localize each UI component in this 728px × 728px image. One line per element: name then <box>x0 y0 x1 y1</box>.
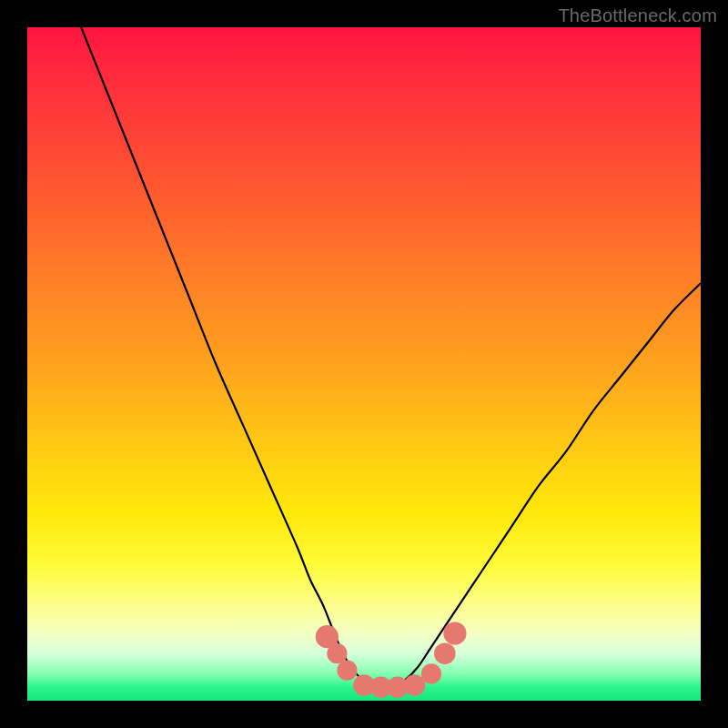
curve-marker <box>434 642 456 664</box>
bottleneck-curve <box>81 27 701 688</box>
curve-marker <box>327 643 347 663</box>
curve-marker <box>387 676 409 698</box>
curve-marker <box>404 674 426 696</box>
plot-area <box>27 27 701 701</box>
curve-marker <box>316 625 339 648</box>
curve-marker <box>353 674 375 696</box>
watermark-text: TheBottleneck.com <box>558 5 717 26</box>
curve-marker <box>337 661 357 681</box>
curve-marker <box>443 622 466 644</box>
curve-layer <box>27 27 701 701</box>
curve-markers <box>316 622 467 698</box>
chart-frame: TheBottleneck.com <box>0 0 728 728</box>
curve-marker <box>370 676 392 698</box>
curve-marker <box>421 663 441 683</box>
